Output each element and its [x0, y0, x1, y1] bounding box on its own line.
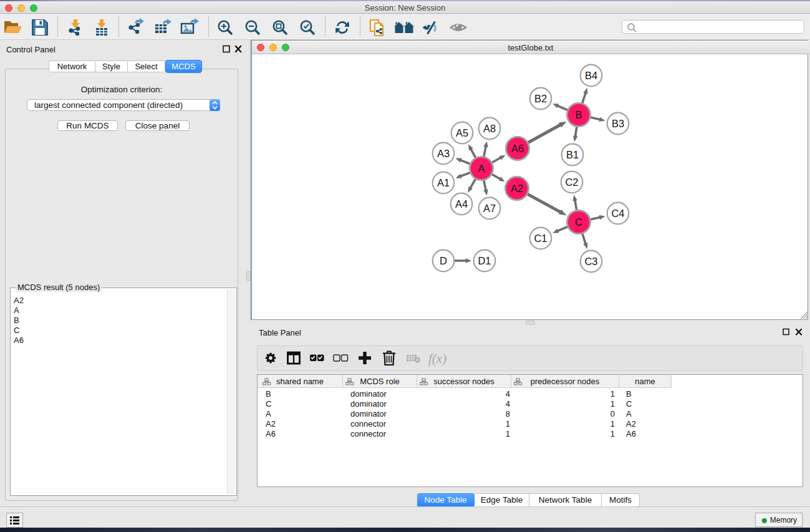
svg-text:A3: A3	[437, 148, 450, 159]
svg-text:C3: C3	[584, 256, 597, 267]
svg-text:A5: A5	[456, 127, 468, 138]
svg-text:B2: B2	[534, 93, 547, 104]
svg-text:C4: C4	[611, 208, 624, 219]
svg-text:B1: B1	[566, 149, 579, 160]
svg-text:C2: C2	[565, 177, 578, 188]
svg-text:C1: C1	[534, 233, 547, 244]
svg-text:f(x): f(x)	[428, 351, 446, 366]
svg-text:A: A	[478, 163, 485, 174]
svg-text:A7: A7	[483, 203, 496, 214]
svg-text:A6: A6	[511, 143, 524, 154]
svg-text:A4: A4	[455, 198, 468, 210]
svg-text:D1: D1	[478, 255, 491, 266]
svg-text:A8: A8	[483, 123, 496, 134]
svg-text:A2: A2	[511, 183, 523, 194]
svg-text:C: C	[575, 216, 582, 228]
svg-text:B: B	[575, 109, 582, 120]
svg-text:B3: B3	[612, 118, 624, 129]
svg-text:D: D	[440, 255, 447, 266]
svg-text:A1: A1	[437, 177, 450, 188]
svg-text:B4: B4	[585, 70, 597, 81]
